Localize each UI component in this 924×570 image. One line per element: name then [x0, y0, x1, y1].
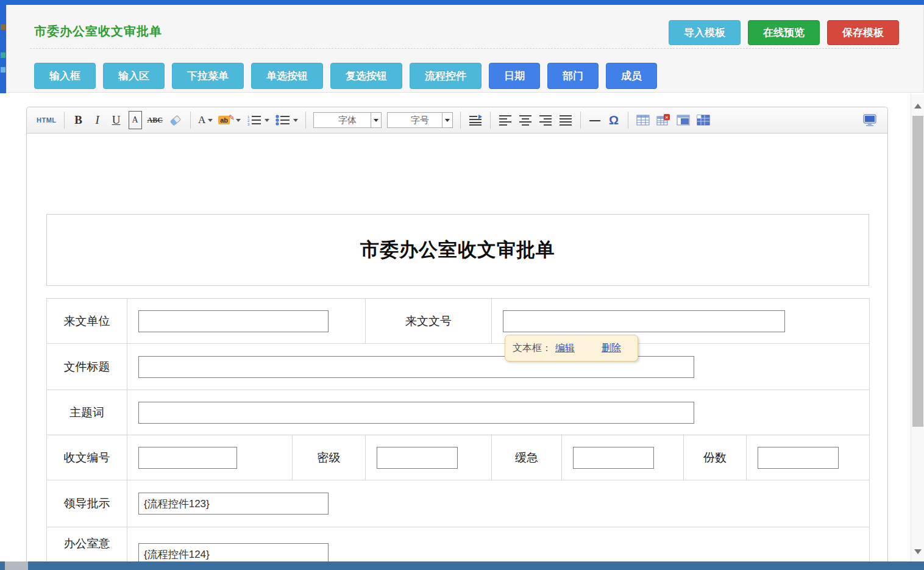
toolbar-separator — [64, 112, 65, 129]
label-copies: 份数 — [684, 435, 747, 480]
widget-flowcontrol-button[interactable]: 流程控件 — [410, 63, 482, 89]
label-doc-number: 来文文号 — [366, 299, 492, 344]
font-color-icon[interactable]: A — [198, 111, 213, 129]
table-row: 来文单位 来文文号 — [47, 299, 870, 344]
align-justify-icon[interactable] — [558, 111, 573, 129]
unordered-list-icon[interactable] — [275, 111, 298, 129]
widget-input-button[interactable]: 输入框 — [34, 63, 96, 89]
bottom-corner-block — [5, 561, 28, 570]
widget-department-button[interactable]: 部门 — [547, 63, 599, 89]
align-center-icon[interactable] — [518, 111, 533, 129]
table-row: 领导批示 — [47, 480, 870, 527]
leader-comment-input[interactable] — [138, 493, 329, 515]
widget-toolbar: 输入框 输入区 下拉菜单 单选按钮 复选按钮 流程控件 日期 部门 成员 — [34, 63, 657, 89]
horizontal-rule-icon[interactable]: — — [588, 111, 602, 129]
underline-icon[interactable]: U — [110, 111, 123, 129]
chevron-down-icon — [208, 119, 213, 122]
label-leader-comment: 领导批示 — [47, 480, 127, 527]
background-icon — [1, 24, 5, 30]
indent-icon[interactable] — [468, 111, 483, 129]
approval-form-table: 来文单位 来文文号 文件标题 主题词 收文编号 密级 缓急 份数 — [46, 298, 870, 570]
page-title: 市委办公室收文审批单 — [34, 23, 162, 40]
html-source-icon[interactable]: HTML — [37, 111, 57, 129]
svg-text:3: 3 — [247, 123, 250, 126]
eraser-icon[interactable] — [168, 111, 183, 129]
strikethrough-icon[interactable]: ABC — [147, 111, 163, 129]
ordered-list-icon[interactable]: 123 — [246, 111, 269, 129]
toolbar-separator — [190, 112, 191, 129]
chevron-down-icon[interactable] — [442, 113, 452, 127]
template-actions: 导入模板 在线预览 保存模板 — [669, 20, 899, 45]
toolbar-separator — [490, 112, 491, 129]
table-row: 收文编号 密级 缓急 份数 — [47, 435, 870, 480]
label-secrecy: 密级 — [293, 435, 366, 480]
edit-field-link[interactable]: 编辑 — [555, 342, 575, 355]
tooltip-label: 文本框： — [513, 342, 552, 355]
table-cell-icon[interactable] — [676, 111, 691, 129]
table-row: 主题词 — [47, 390, 870, 435]
chevron-down-icon[interactable] — [371, 113, 381, 127]
online-preview-button[interactable]: 在线预览 — [748, 20, 820, 45]
chevron-down-icon — [293, 119, 298, 122]
toolbar-separator — [460, 112, 461, 129]
align-left-icon[interactable] — [498, 111, 513, 129]
toolbar-separator — [305, 112, 306, 129]
table-props-icon[interactable] — [696, 111, 711, 129]
svg-text:×: × — [666, 115, 669, 120]
toolbar-separator — [628, 112, 628, 129]
background-icon — [1, 67, 5, 73]
widget-member-button[interactable]: 成员 — [606, 63, 657, 89]
receive-number-input[interactable] — [138, 447, 237, 469]
insert-table-icon[interactable] — [636, 111, 650, 129]
font-border-icon[interactable]: A — [129, 111, 142, 129]
italic-icon[interactable]: I — [91, 111, 104, 129]
align-right-icon[interactable] — [538, 111, 553, 129]
editor-content: 市委办公室收文审批单 来文单位 来文文号 文件标题 主题词 收文 — [27, 134, 887, 570]
window-bottom-edge — [0, 561, 924, 570]
chevron-down-icon — [236, 119, 241, 122]
editor-toolbar: HTML B I U A ABC A ab 123 字体 字号 — [27, 107, 887, 134]
bold-icon[interactable]: B — [72, 111, 85, 129]
window-top-edge — [0, 0, 924, 5]
label-source-unit: 来文单位 — [47, 299, 127, 344]
delete-table-icon[interactable]: × — [656, 111, 670, 129]
widget-textarea-button[interactable]: 输入区 — [103, 63, 165, 89]
special-char-icon[interactable]: Ω — [607, 111, 620, 129]
source-unit-input[interactable] — [138, 310, 329, 332]
doc-number-input[interactable] — [503, 310, 785, 332]
save-template-button[interactable]: 保存模板 — [827, 20, 899, 45]
label-receive-number: 收文编号 — [47, 435, 127, 480]
widget-radio-button[interactable]: 单选按钮 — [251, 63, 323, 89]
font-family-select[interactable]: 字体 — [313, 112, 382, 128]
chevron-down-icon — [265, 119, 269, 122]
widget-checkbox-button[interactable]: 复选按钮 — [330, 63, 402, 89]
scroll-up-arrow-icon[interactable] — [911, 98, 924, 116]
form-designer-header: 市委办公室收文审批单 导入模板 在线预览 保存模板 输入框 输入区 下拉菜单 单… — [6, 5, 924, 93]
widget-dropdown-button[interactable]: 下拉菜单 — [172, 63, 244, 89]
subject-word-input[interactable] — [138, 402, 694, 424]
label-doc-title: 文件标题 — [47, 344, 127, 390]
document-title: 市委办公室收文审批单 — [360, 237, 555, 263]
scroll-down-arrow-icon[interactable] — [911, 542, 924, 560]
rich-text-editor: HTML B I U A ABC A ab 123 字体 字号 — [26, 107, 888, 570]
scrollbar-thumb[interactable] — [912, 116, 923, 427]
widget-date-button[interactable]: 日期 — [489, 63, 540, 89]
highlight-icon[interactable]: ab — [218, 111, 241, 129]
label-urgency: 缓急 — [492, 435, 562, 480]
table-row: 文件标题 — [47, 344, 870, 390]
copies-input[interactable] — [758, 447, 839, 469]
label-subject-word: 主题词 — [47, 390, 127, 435]
vertical-scrollbar[interactable] — [911, 94, 924, 570]
urgency-input[interactable] — [573, 447, 654, 469]
fullscreen-icon[interactable] — [862, 111, 878, 129]
font-size-select[interactable]: 字号 — [387, 112, 453, 128]
document-title-box: 市委办公室收文审批单 — [46, 214, 869, 286]
toolbar-separator — [580, 112, 581, 129]
dashed-divider — [30, 48, 900, 49]
secrecy-input[interactable] — [377, 447, 458, 469]
background-window-edge — [0, 5, 6, 93]
import-template-button[interactable]: 导入模板 — [669, 20, 741, 45]
background-icon — [1, 52, 5, 58]
delete-field-link[interactable]: 删除 — [602, 342, 621, 355]
field-context-tooltip: 文本框： 编辑 删除 — [505, 335, 638, 362]
